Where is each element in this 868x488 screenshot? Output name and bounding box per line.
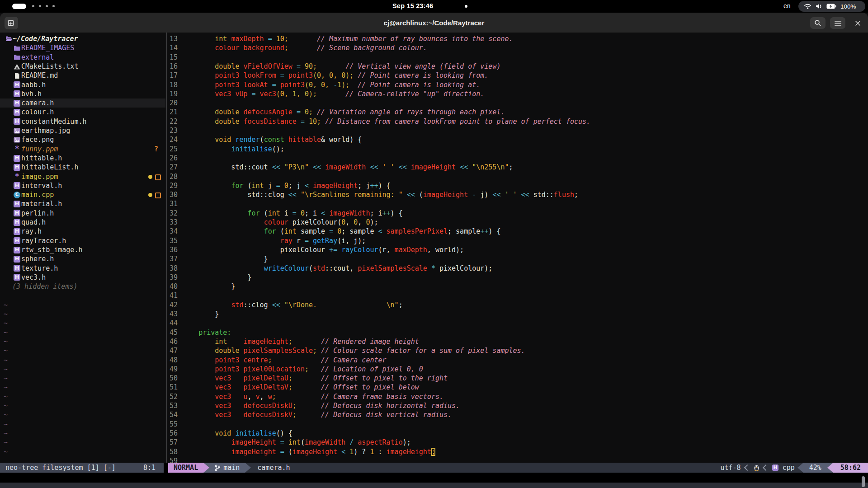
workspace-dots[interactable] xyxy=(32,5,55,7)
sidebar-item--code-raytracer[interactable]: ~/Code/Raytracer xyxy=(0,34,165,43)
code-line-50[interactable]: 50 vec3 pixelDeltaU; // Offset to pixel … xyxy=(167,374,868,383)
scrollbar-thumb[interactable] xyxy=(862,476,865,487)
sidebar-item-main-cpp[interactable]: Cmain.cpp xyxy=(0,190,165,199)
line-number: 27 xyxy=(157,163,178,172)
code-line-38[interactable]: 38 writeColour(std::cout, pixelSamplesSc… xyxy=(167,264,868,273)
header-file-icon: H xyxy=(14,219,20,226)
code-line-13[interactable]: 13 int maxDepth = 10; // Maximum number … xyxy=(167,34,868,43)
code-line-29[interactable]: 29 for (int j = 0; j < imageHeight; j++)… xyxy=(167,181,868,190)
sidebar-item-texture-h[interactable]: Htexture.h xyxy=(0,264,165,273)
code-line-22[interactable]: 22 double focusDistance = 10; // Distanc… xyxy=(167,117,868,126)
sidebar-item-external[interactable]: external xyxy=(0,53,165,62)
workspace-dot[interactable] xyxy=(32,5,34,7)
code-line-36[interactable]: 36 pixelColour += rayColour(r, maxDepth,… xyxy=(167,245,868,254)
code-line-53[interactable]: 53 vec3 defocusDiskU; // Defocus disk ho… xyxy=(167,401,868,410)
code-line-56[interactable]: 56 void initialise() { xyxy=(167,429,868,438)
sidebar-item-rtw-stb-image-h[interactable]: Hrtw_stb_image.h xyxy=(0,245,165,254)
code-line-18[interactable]: 18 point3 lookAt = point3(0, 0, -1); // … xyxy=(167,80,868,89)
code-line-19[interactable]: 19 vec3 vUp = vec3(0, 1, 0); // Camera-r… xyxy=(167,89,868,99)
code-line-41[interactable]: 41 xyxy=(167,291,868,300)
sidebar-item-face-png[interactable]: face.png xyxy=(0,135,165,144)
sidebar-item-vec3-h[interactable]: Hvec3.h xyxy=(0,273,165,282)
workspace-dot[interactable] xyxy=(46,5,48,7)
workspace-dot[interactable] xyxy=(52,5,55,7)
code-line-52[interactable]: 52 vec3 u, v, w; // Camera frame basis v… xyxy=(167,392,868,401)
code-line-30[interactable]: 30 std::clog << "\rScanlines remaining: … xyxy=(167,190,868,199)
code-line-35[interactable]: 35 ray r = getRay(i, j); xyxy=(167,236,868,245)
code-line-59[interactable]: 59 xyxy=(167,456,868,463)
sidebar-item-earthmap-jpg[interactable]: earthmap.jpg xyxy=(0,126,165,135)
sidebar-item-funny-ppm[interactable]: *funny.ppm? xyxy=(0,145,165,154)
sidebar-item-colour-h[interactable]: Hcolour.h xyxy=(0,108,165,117)
sidebar-item-hittablelist-h[interactable]: HhittableList.h xyxy=(0,163,165,172)
code-line-28[interactable]: 28 xyxy=(167,172,868,181)
code-line-39[interactable]: 39 } xyxy=(167,273,868,282)
code-text: void initialise() { xyxy=(182,429,292,438)
sidebar-item-ray-h[interactable]: Hray.h xyxy=(0,227,165,236)
code-line-33[interactable]: 33 colour pixelColour(0, 0, 0); xyxy=(167,218,868,227)
code-line-46[interactable]: 46 int imageHeight; // Rendered image he… xyxy=(167,337,868,346)
sidebar-item-bvh-h[interactable]: Hbvh.h xyxy=(0,89,165,99)
search-button[interactable] xyxy=(810,17,826,29)
new-tab-button[interactable] xyxy=(5,17,18,29)
code-line-40[interactable]: 40 } xyxy=(167,282,868,291)
sidebar-item-hittable-h[interactable]: Hhittable.h xyxy=(0,154,165,163)
code-line-31[interactable]: 31 xyxy=(167,199,868,208)
sidebar-item-cmakelists-txt[interactable]: CMakeLists.txt xyxy=(0,62,165,71)
code-line-20[interactable]: 20 xyxy=(167,99,868,108)
code-line-47[interactable]: 47 double pixelSamplesScale; // Colour s… xyxy=(167,346,868,355)
code-line-37[interactable]: 37 } xyxy=(167,254,868,263)
code-text: vec3 pixelDeltaV; // Offset to pixel bel… xyxy=(182,383,419,392)
code-line-32[interactable]: 32 for (int i = 0; i < imageWidth; i++) … xyxy=(167,209,868,218)
code-line-45[interactable]: 45 private: xyxy=(167,328,868,337)
sidebar-item-material-h[interactable]: Hmaterial.h xyxy=(0,199,165,208)
code-line-34[interactable]: 34 for (int sample = 0; sample < samples… xyxy=(167,227,868,236)
clock[interactable]: Sep 15 23:46 xyxy=(392,2,433,9)
sidebar-item--3-hidden-items-[interactable]: (3 hidden items) xyxy=(0,282,165,291)
code-line-58[interactable]: 58 imageHeight = (imageHeight < 1) ? 1 :… xyxy=(167,447,868,456)
code-line-54[interactable]: 54 vec3 defocusDiskV; // Defocus disk ve… xyxy=(167,410,868,419)
code-line-14[interactable]: 14 colour background; // Scene backgroun… xyxy=(167,43,868,52)
code-line-57[interactable]: 57 imageHeight = int(imageWidth / aspect… xyxy=(167,438,868,447)
sidebar-item-readme-images[interactable]: README_IMAGES xyxy=(0,43,165,52)
code-line-51[interactable]: 51 vec3 pixelDeltaV; // Offset to pixel … xyxy=(167,383,868,392)
menu-button[interactable] xyxy=(830,17,845,29)
sidebar-item-interval-h[interactable]: Hinterval.h xyxy=(0,181,165,190)
code-line-24[interactable]: 24 void render(const hittable& world) { xyxy=(167,135,868,144)
chevron-left-icon xyxy=(744,465,750,471)
code-line-23[interactable]: 23 xyxy=(167,126,868,135)
code-line-55[interactable]: 55 xyxy=(167,420,868,429)
sidebar-item-aabb-h[interactable]: Haabb.h xyxy=(0,80,165,89)
header-file-icon: H xyxy=(14,182,20,189)
code-text: std::cout << "P3\n" << imageWidth << ' '… xyxy=(182,163,513,172)
code-line-15[interactable]: 15 xyxy=(167,53,868,62)
code-line-42[interactable]: 42 std::clog << "\rDone. \n"; xyxy=(167,300,868,310)
code-line-44[interactable]: 44 xyxy=(167,319,868,328)
code-line-25[interactable]: 25 initialise(); xyxy=(167,145,868,154)
system-status-pill[interactable]: 100% xyxy=(798,1,865,12)
sidebar-item-readme-md[interactable]: README.md xyxy=(0,71,165,80)
sidebar-item-constantmedium-h[interactable]: HconstantMedium.h xyxy=(0,117,165,126)
code-line-26[interactable]: 26 xyxy=(167,154,868,163)
close-button[interactable] xyxy=(851,17,864,29)
code-line-43[interactable]: 43 } xyxy=(167,310,868,319)
code-line-49[interactable]: 49 point3 pixel00Location; // Location o… xyxy=(167,365,868,374)
code-line-17[interactable]: 17 point3 lookFrom = point3(0, 0, 0); //… xyxy=(167,71,868,80)
sidebar-item-image-ppm[interactable]: *image.ppm xyxy=(0,172,165,181)
code-line-21[interactable]: 21 double defocusAngle = 0; // Variation… xyxy=(167,108,868,117)
code-line-27[interactable]: 27 std::cout << "P3\n" << imageWidth << … xyxy=(167,163,868,172)
code-line-16[interactable]: 16 double vFieldOfView = 90; // Vertical… xyxy=(167,62,868,71)
keyboard-layout[interactable]: en xyxy=(783,2,791,9)
sidebar-item-quad-h[interactable]: Hquad.h xyxy=(0,218,165,227)
activities-pill[interactable] xyxy=(12,4,26,9)
sidebar-item-raytracer-h[interactable]: HrayTracer.h xyxy=(0,236,165,245)
sidebar-item-camera-h[interactable]: Hcamera.h xyxy=(0,99,165,108)
code-line-48[interactable]: 48 point3 centre; // Camera center xyxy=(167,356,868,365)
terminal-titlebar[interactable]: cj@archlinux:~/Code/Raytracer xyxy=(0,13,868,33)
line-number: 20 xyxy=(157,99,178,108)
workspace-dot[interactable] xyxy=(39,5,41,7)
command-line[interactable] xyxy=(0,473,868,483)
sidebar-item-perlin-h[interactable]: Hperlin.h xyxy=(0,209,165,218)
sidebar-item-sphere-h[interactable]: Hsphere.h xyxy=(0,254,165,263)
volume-icon xyxy=(816,3,822,9)
